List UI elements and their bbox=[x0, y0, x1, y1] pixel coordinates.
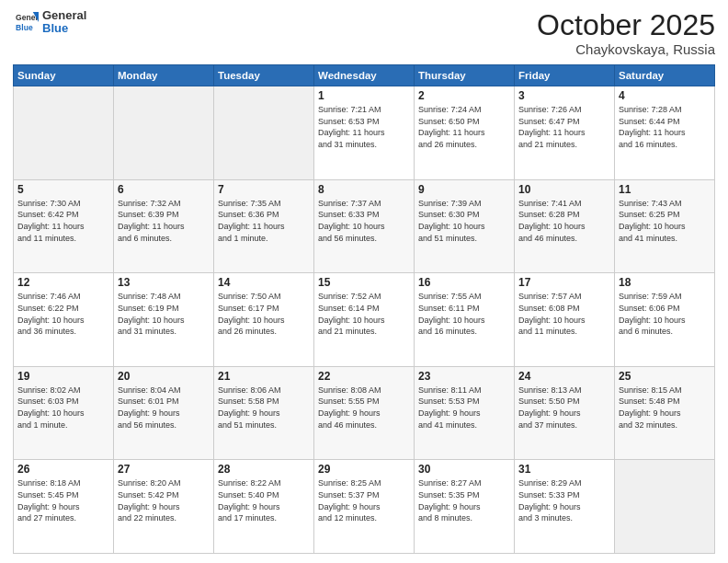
calendar-day-header: Monday bbox=[114, 65, 214, 86]
calendar-day-header: Friday bbox=[515, 65, 615, 86]
calendar-cell: 23Sunrise: 8:11 AM Sunset: 5:53 PM Dayli… bbox=[415, 366, 515, 460]
day-number: 24 bbox=[518, 370, 610, 383]
day-info: Sunrise: 7:46 AM Sunset: 6:22 PM Dayligh… bbox=[17, 291, 109, 337]
calendar-cell: 14Sunrise: 7:50 AM Sunset: 6:17 PM Dayli… bbox=[214, 273, 314, 367]
calendar-cell: 13Sunrise: 7:48 AM Sunset: 6:19 PM Dayli… bbox=[114, 273, 214, 367]
calendar-day-header: Saturday bbox=[615, 65, 715, 86]
logo: General Blue General Blue bbox=[13, 9, 86, 36]
day-number: 8 bbox=[318, 183, 410, 196]
day-info: Sunrise: 8:15 AM Sunset: 5:48 PM Dayligh… bbox=[619, 385, 711, 431]
calendar-cell: 21Sunrise: 8:06 AM Sunset: 5:58 PM Dayli… bbox=[214, 366, 314, 460]
calendar-cell: 4Sunrise: 7:28 AM Sunset: 6:44 PM Daylig… bbox=[615, 86, 715, 180]
title-block: October 2025 Chaykovskaya, Russia bbox=[537, 9, 715, 57]
calendar-table: SundayMondayTuesdayWednesdayThursdayFrid… bbox=[13, 64, 715, 554]
day-info: Sunrise: 7:26 AM Sunset: 6:47 PM Dayligh… bbox=[518, 104, 610, 150]
day-number: 18 bbox=[619, 276, 711, 289]
day-info: Sunrise: 8:29 AM Sunset: 5:33 PM Dayligh… bbox=[518, 477, 610, 523]
day-number: 3 bbox=[518, 89, 610, 102]
day-number: 13 bbox=[118, 276, 210, 289]
logo-text: General Blue bbox=[42, 9, 86, 36]
day-number: 9 bbox=[418, 183, 510, 196]
day-info: Sunrise: 7:55 AM Sunset: 6:11 PM Dayligh… bbox=[418, 291, 510, 337]
calendar-cell: 6Sunrise: 7:32 AM Sunset: 6:39 PM Daylig… bbox=[114, 179, 214, 273]
calendar-cell: 25Sunrise: 8:15 AM Sunset: 5:48 PM Dayli… bbox=[615, 366, 715, 460]
calendar-cell: 5Sunrise: 7:30 AM Sunset: 6:42 PM Daylig… bbox=[14, 179, 114, 273]
day-number: 5 bbox=[17, 183, 109, 196]
header: General Blue General Blue October 2025 C… bbox=[13, 9, 715, 57]
calendar-header-row: SundayMondayTuesdayWednesdayThursdayFrid… bbox=[14, 65, 715, 86]
day-number: 30 bbox=[418, 463, 510, 476]
day-number: 4 bbox=[619, 89, 711, 102]
calendar-cell: 19Sunrise: 8:02 AM Sunset: 6:03 PM Dayli… bbox=[14, 366, 114, 460]
calendar-cell: 7Sunrise: 7:35 AM Sunset: 6:36 PM Daylig… bbox=[214, 179, 314, 273]
day-number: 10 bbox=[518, 183, 610, 196]
page: General Blue General Blue October 2025 C… bbox=[0, 0, 728, 563]
calendar-day-header: Sunday bbox=[14, 65, 114, 86]
day-info: Sunrise: 8:08 AM Sunset: 5:55 PM Dayligh… bbox=[318, 385, 410, 431]
svg-text:Blue: Blue bbox=[16, 23, 33, 32]
day-number: 28 bbox=[218, 463, 310, 476]
logo-icon: General Blue bbox=[13, 9, 39, 35]
day-info: Sunrise: 7:59 AM Sunset: 6:06 PM Dayligh… bbox=[619, 291, 711, 337]
logo-blue-text: Blue bbox=[42, 22, 86, 35]
calendar-week-row: 12Sunrise: 7:46 AM Sunset: 6:22 PM Dayli… bbox=[14, 273, 715, 367]
day-info: Sunrise: 7:48 AM Sunset: 6:19 PM Dayligh… bbox=[118, 291, 210, 337]
day-info: Sunrise: 7:21 AM Sunset: 6:53 PM Dayligh… bbox=[318, 104, 410, 150]
day-number: 15 bbox=[318, 276, 410, 289]
calendar-cell: 29Sunrise: 8:25 AM Sunset: 5:37 PM Dayli… bbox=[314, 460, 415, 554]
day-number: 1 bbox=[318, 89, 410, 102]
day-info: Sunrise: 8:11 AM Sunset: 5:53 PM Dayligh… bbox=[418, 385, 510, 431]
calendar-day-header: Tuesday bbox=[214, 65, 314, 86]
day-info: Sunrise: 8:20 AM Sunset: 5:42 PM Dayligh… bbox=[118, 477, 210, 523]
calendar-cell: 2Sunrise: 7:24 AM Sunset: 6:50 PM Daylig… bbox=[415, 86, 515, 180]
calendar-cell: 20Sunrise: 8:04 AM Sunset: 6:01 PM Dayli… bbox=[114, 366, 214, 460]
day-info: Sunrise: 7:24 AM Sunset: 6:50 PM Dayligh… bbox=[418, 104, 510, 150]
day-number: 6 bbox=[118, 183, 210, 196]
day-info: Sunrise: 7:57 AM Sunset: 6:08 PM Dayligh… bbox=[518, 291, 610, 337]
calendar-cell: 8Sunrise: 7:37 AM Sunset: 6:33 PM Daylig… bbox=[314, 179, 415, 273]
day-number: 26 bbox=[17, 463, 109, 476]
calendar-cell: 11Sunrise: 7:43 AM Sunset: 6:25 PM Dayli… bbox=[615, 179, 715, 273]
day-info: Sunrise: 7:32 AM Sunset: 6:39 PM Dayligh… bbox=[118, 198, 210, 244]
day-info: Sunrise: 8:02 AM Sunset: 6:03 PM Dayligh… bbox=[17, 385, 109, 431]
calendar-cell: 24Sunrise: 8:13 AM Sunset: 5:50 PM Dayli… bbox=[515, 366, 615, 460]
day-info: Sunrise: 7:30 AM Sunset: 6:42 PM Dayligh… bbox=[17, 198, 109, 244]
calendar-cell bbox=[114, 86, 214, 180]
calendar-cell: 3Sunrise: 7:26 AM Sunset: 6:47 PM Daylig… bbox=[515, 86, 615, 180]
calendar-cell: 18Sunrise: 7:59 AM Sunset: 6:06 PM Dayli… bbox=[615, 273, 715, 367]
day-number: 25 bbox=[619, 370, 711, 383]
day-info: Sunrise: 7:43 AM Sunset: 6:25 PM Dayligh… bbox=[619, 198, 711, 244]
calendar-week-row: 19Sunrise: 8:02 AM Sunset: 6:03 PM Dayli… bbox=[14, 366, 715, 460]
day-number: 16 bbox=[418, 276, 510, 289]
calendar-cell: 30Sunrise: 8:27 AM Sunset: 5:35 PM Dayli… bbox=[415, 460, 515, 554]
day-info: Sunrise: 8:22 AM Sunset: 5:40 PM Dayligh… bbox=[218, 477, 310, 523]
day-number: 11 bbox=[619, 183, 711, 196]
calendar-cell bbox=[214, 86, 314, 180]
day-number: 17 bbox=[518, 276, 610, 289]
day-info: Sunrise: 7:50 AM Sunset: 6:17 PM Dayligh… bbox=[218, 291, 310, 337]
day-number: 7 bbox=[218, 183, 310, 196]
calendar-cell: 15Sunrise: 7:52 AM Sunset: 6:14 PM Dayli… bbox=[314, 273, 415, 367]
day-info: Sunrise: 7:28 AM Sunset: 6:44 PM Dayligh… bbox=[619, 104, 711, 150]
day-info: Sunrise: 7:52 AM Sunset: 6:14 PM Dayligh… bbox=[318, 291, 410, 337]
day-info: Sunrise: 8:18 AM Sunset: 5:45 PM Dayligh… bbox=[17, 477, 109, 523]
calendar-week-row: 5Sunrise: 7:30 AM Sunset: 6:42 PM Daylig… bbox=[14, 179, 715, 273]
day-number: 19 bbox=[17, 370, 109, 383]
location-title: Chaykovskaya, Russia bbox=[537, 41, 715, 57]
day-number: 22 bbox=[318, 370, 410, 383]
calendar-cell: 27Sunrise: 8:20 AM Sunset: 5:42 PM Dayli… bbox=[114, 460, 214, 554]
day-info: Sunrise: 8:27 AM Sunset: 5:35 PM Dayligh… bbox=[418, 477, 510, 523]
logo-general-text: General bbox=[42, 9, 86, 22]
calendar-cell bbox=[14, 86, 114, 180]
calendar-day-header: Wednesday bbox=[314, 65, 415, 86]
calendar-day-header: Thursday bbox=[415, 65, 515, 86]
calendar-cell: 12Sunrise: 7:46 AM Sunset: 6:22 PM Dayli… bbox=[14, 273, 114, 367]
calendar-cell: 17Sunrise: 7:57 AM Sunset: 6:08 PM Dayli… bbox=[515, 273, 615, 367]
calendar-cell: 16Sunrise: 7:55 AM Sunset: 6:11 PM Dayli… bbox=[415, 273, 515, 367]
day-number: 23 bbox=[418, 370, 510, 383]
calendar-cell: 28Sunrise: 8:22 AM Sunset: 5:40 PM Dayli… bbox=[214, 460, 314, 554]
calendar-cell: 31Sunrise: 8:29 AM Sunset: 5:33 PM Dayli… bbox=[515, 460, 615, 554]
calendar-week-row: 1Sunrise: 7:21 AM Sunset: 6:53 PM Daylig… bbox=[14, 86, 715, 180]
day-number: 14 bbox=[218, 276, 310, 289]
day-number: 21 bbox=[218, 370, 310, 383]
